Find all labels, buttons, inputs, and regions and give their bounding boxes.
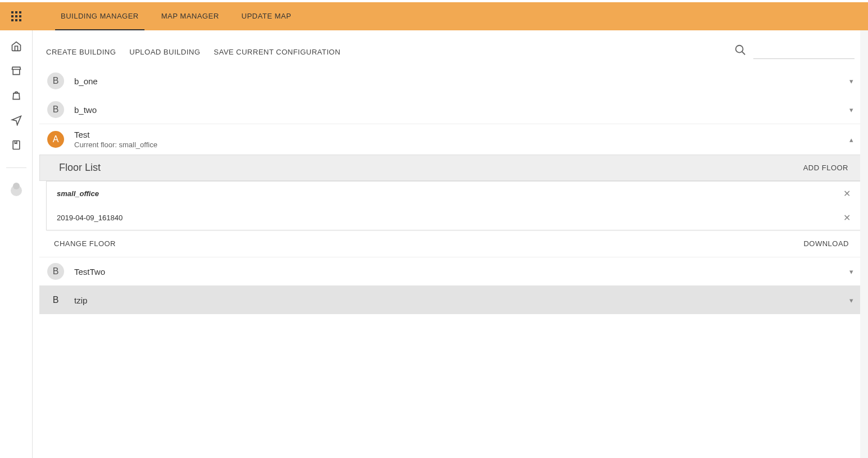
floor-row-small-office[interactable]: small_office ✕ — [47, 182, 861, 206]
building-badge: B — [47, 101, 64, 118]
building-badge: B — [47, 263, 64, 280]
download-button[interactable]: DOWNLOAD — [803, 239, 849, 248]
left-nav — [0, 30, 33, 314]
action-bar: CREATE BUILDING UPLOAD BUILDING SAVE CUR… — [33, 33, 868, 66]
floor-table: small_office ✕ 2019-04-09_161840 ✕ — [46, 181, 861, 230]
building-name: TestTwo — [74, 267, 849, 276]
floor-name: small_office — [57, 189, 99, 198]
apps-icon[interactable] — [11, 11, 21, 21]
upload-building-button[interactable]: UPLOAD BUILDING — [129, 48, 200, 56]
bag-icon[interactable] — [10, 89, 23, 102]
building-row-testtwo[interactable]: B TestTwo ▾ — [39, 257, 861, 285]
navigation-icon[interactable] — [10, 114, 23, 127]
tab-building-manager[interactable]: BUILDING MANAGER — [55, 2, 144, 30]
chevron-down-icon: ▾ — [849, 267, 853, 276]
floor-list-header: Floor List ADD FLOOR — [39, 155, 861, 181]
building-name: b_two — [74, 105, 849, 115]
search-area — [734, 44, 855, 60]
floor-name: 2019-04-09_161840 — [57, 214, 123, 222]
bookmark-icon[interactable] — [10, 138, 23, 152]
close-icon[interactable]: ✕ — [843, 212, 851, 223]
building-list: B b_one ▾ B b_two ▾ A Test Current floor… — [33, 66, 868, 314]
svg-line-2 — [742, 52, 745, 55]
building-row-b-two[interactable]: B b_two ▾ — [39, 95, 861, 124]
main-content: CREATE BUILDING UPLOAD BUILDING SAVE CUR… — [33, 2, 868, 314]
building-name: tzip — [74, 296, 849, 305]
svg-point-1 — [736, 46, 743, 53]
chevron-down-icon: ▾ — [849, 77, 853, 85]
floor-panel: Floor List ADD FLOOR small_office ✕ 2019… — [39, 155, 861, 257]
building-name: b_one — [74, 76, 849, 86]
tab-update-map[interactable]: UPDATE MAP — [236, 2, 297, 30]
building-badge-active: A — [47, 131, 64, 148]
chevron-up-icon: ▴ — [849, 135, 853, 144]
top-bar: BUILDING MANAGER MAP MANAGER UPDATE MAP — [0, 2, 868, 30]
tab-map-manager[interactable]: MAP MANAGER — [156, 2, 225, 30]
building-row-b-one[interactable]: B b_one ▾ — [39, 66, 861, 95]
store-icon[interactable] — [10, 64, 23, 78]
add-floor-button[interactable]: ADD FLOOR — [803, 164, 848, 172]
building-name: Test — [74, 130, 849, 139]
save-config-button[interactable]: SAVE CURRENT CONFIGURATION — [214, 48, 340, 56]
chevron-down-icon: ▾ — [849, 106, 853, 114]
floor-row-timestamp[interactable]: 2019-04-09_161840 ✕ — [47, 206, 861, 230]
create-building-button[interactable]: CREATE BUILDING — [46, 48, 116, 56]
close-icon[interactable]: ✕ — [843, 188, 851, 199]
nav-divider — [6, 167, 26, 168]
floor-list-title: Floor List — [59, 162, 101, 174]
building-row-test[interactable]: A Test Current floor: small_office ▴ — [39, 124, 861, 155]
building-badge: B — [47, 72, 64, 89]
current-floor-label: Current floor: small_office — [74, 140, 849, 149]
search-icon[interactable] — [734, 44, 747, 60]
building-row-tzip[interactable]: B tzip ▾ — [39, 285, 861, 314]
home-icon[interactable] — [10, 39, 23, 53]
top-tabs: BUILDING MANAGER MAP MANAGER UPDATE MAP — [55, 2, 297, 30]
user-avatar-icon[interactable] — [10, 184, 23, 197]
chevron-down-icon: ▾ — [849, 296, 853, 305]
search-input[interactable] — [753, 45, 855, 59]
building-badge: B — [47, 292, 64, 309]
floor-panel-actions: CHANGE FLOOR DOWNLOAD — [39, 230, 861, 257]
scrollbar[interactable] — [860, 30, 868, 314]
change-floor-button[interactable]: CHANGE FLOOR — [54, 239, 116, 248]
